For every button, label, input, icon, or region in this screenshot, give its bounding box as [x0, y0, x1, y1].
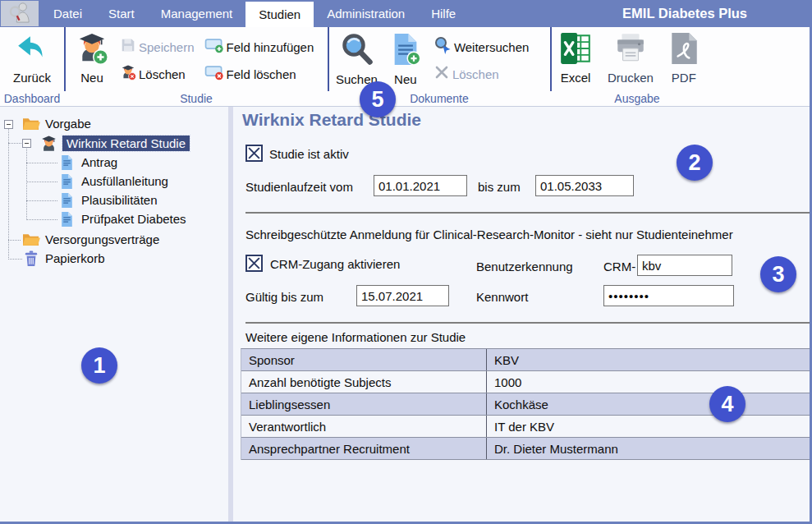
tree-item-plausibilitaeten[interactable]: Plausibilitäten [0, 191, 227, 210]
pdf-icon [668, 31, 700, 69]
tree-item-antrag[interactable]: Antrag [0, 154, 227, 172]
group-label-studie: Studie [66, 92, 327, 105]
tree-label: Versorgungsverträge [45, 232, 159, 246]
delete-x-icon [434, 64, 450, 84]
document-add-icon [389, 31, 422, 71]
crm-zugang-label: CRM-Zugang aktivieren [270, 257, 400, 271]
table-row[interactable]: Sponsor KBV [241, 349, 810, 371]
group-label-ausgabe: Ausgabe [552, 92, 723, 105]
menu-bar: Datei Start Management Studien Administr… [0, 0, 810, 27]
page-title: Wirknix Retard Studie [242, 110, 421, 130]
table-cell-value: 1000 [487, 371, 810, 393]
excel-button[interactable]: Excel [558, 27, 593, 85]
weitersuchen-label: Weitersuchen [454, 40, 529, 54]
ribbon-toolbar: Zurück Dashboard [0, 27, 810, 107]
crm-zugang-checkbox[interactable] [245, 255, 263, 272]
tree-item-ausfuellanleitung[interactable]: Ausfüllanleitung [0, 172, 227, 191]
field-delete-icon [204, 64, 224, 84]
table-row[interactable]: Ansprechpartner Recruitment Dr. Dieter M… [241, 438, 810, 460]
pdf-button[interactable]: PDF [668, 27, 700, 85]
menu-item-studien[interactable]: Studien [245, 2, 314, 27]
graduate-delete-icon [120, 64, 136, 84]
kennwort-label: Kennwort [476, 290, 528, 304]
menu-item-hilfe[interactable]: Hilfe [418, 0, 469, 27]
laufzeit-label: Studienlaufzeit vom [245, 180, 353, 194]
studie-neu-button[interactable]: Neu [74, 27, 110, 85]
tree-label: Vorgabe [45, 117, 91, 131]
graduate-add-icon [74, 31, 110, 69]
weitersuchen-button[interactable]: Weitersuchen [434, 38, 529, 56]
app-logo-button[interactable] [1, 1, 39, 26]
menu-item-administration[interactable]: Administration [314, 0, 418, 27]
tree-label-selected: Wirknix Retard Studie [62, 136, 190, 151]
annotation-circle-3: 3 [760, 256, 796, 292]
section-divider [245, 322, 810, 324]
collapse-toggle-icon[interactable] [22, 139, 31, 148]
section-divider [245, 212, 810, 214]
pdf-label: PDF [672, 71, 696, 85]
tree-label: Papierkorb [45, 251, 105, 265]
crm-section-text: Schreibgeschützte Anmeldung für Clinical… [245, 228, 733, 241]
studie-aktiv-label: Studie ist aktiv [269, 147, 349, 161]
speichern-button[interactable]: Speichern [120, 38, 195, 56]
document-icon [59, 192, 75, 212]
printer-icon [613, 31, 648, 69]
annotation-circle-4: 4 [709, 386, 745, 422]
table-cell-value: KBV [487, 349, 810, 370]
table-cell-label: Anzahl benötigte Subjects [241, 371, 487, 393]
dokument-loeschen-button[interactable]: Löschen [434, 65, 529, 83]
feld-hinzufuegen-button[interactable]: Feld hinzufügen [204, 38, 314, 56]
table-cell-label: Sponsor [241, 349, 487, 370]
ribbon-group-ausgabe: Excel Drucken [552, 27, 723, 106]
navigation-tree: Vorgabe Wirknix Retard Studie [0, 107, 228, 522]
dokument-neu-label: Neu [394, 72, 417, 86]
search-icon [337, 31, 375, 71]
crm-benutzerkennung-input[interactable] [637, 255, 732, 276]
menu-item-start[interactable]: Start [95, 0, 148, 27]
annotation-circle-1: 1 [81, 347, 117, 384]
tree-item-pruefpaket[interactable]: Prüfpaket Diabetes [0, 210, 227, 229]
drucken-label: Drucken [608, 71, 654, 85]
laufzeit-bis-input[interactable] [535, 175, 634, 196]
laufzeit-von-input[interactable] [374, 175, 467, 196]
group-label-dashboard: Dashboard [0, 92, 64, 105]
tree-label: Antrag [81, 155, 117, 169]
benutzerkennung-label: Benutzerkennung [476, 260, 573, 273]
dokument-neu-button[interactable]: Neu [389, 27, 422, 86]
ribbon-group-studie: Neu Speichern [66, 27, 327, 106]
undo-arrow-icon [14, 31, 50, 69]
tree-label: Ausfüllanleitung [81, 174, 168, 188]
gueltig-bis-label: Gültig bis zum [245, 290, 323, 304]
studie-loeschen-button[interactable]: Löschen [120, 65, 195, 83]
speichern-label: Speichern [139, 40, 195, 54]
feld-loeschen-button[interactable]: Feld löschen [204, 65, 314, 83]
tree-item-study[interactable]: Wirknix Retard Studie [0, 134, 227, 153]
studie-aktiv-checkbox[interactable] [245, 145, 263, 162]
drucken-button[interactable]: Drucken [608, 27, 654, 85]
annotation-circle-2: 2 [677, 145, 713, 181]
tree-item-vorgabe[interactable]: Vorgabe [0, 115, 227, 134]
gueltig-bis-input[interactable] [356, 285, 449, 306]
collapse-toggle-icon[interactable] [4, 120, 13, 129]
menu-item-management[interactable]: Management [148, 0, 246, 27]
back-button-label: Zurück [13, 71, 51, 85]
tree-item-versorgungsvertraege[interactable]: Versorgungsverträge [0, 231, 227, 250]
suchen-button[interactable]: Suchen [336, 27, 378, 86]
document-icon [59, 211, 75, 231]
menu-item-datei[interactable]: Datei [40, 0, 95, 27]
feld-loeschen-label: Feld löschen [227, 67, 296, 81]
tree-label: Plausibilitäten [81, 193, 158, 207]
app-window: Datei Start Management Studien Administr… [0, 0, 812, 524]
back-button[interactable]: Zurück [3, 27, 61, 85]
table-cell-label: Verantwortlich [241, 416, 487, 437]
trash-icon [24, 251, 39, 270]
kennwort-input[interactable] [603, 285, 734, 306]
feld-hinzufuegen-label: Feld hinzufügen [227, 40, 314, 54]
study-detail-panel: Wirknix Retard Studie Studie ist aktiv S… [233, 107, 810, 522]
table-cell-label: Ansprechpartner Recruitment [241, 438, 487, 459]
table-cell-label: Lieblingsessen [241, 393, 487, 415]
table-cell-value: IT der KBV [487, 416, 810, 437]
table-cell-value: Kochkäse [487, 393, 810, 415]
studie-loeschen-label: Löschen [139, 67, 186, 81]
tree-item-papierkorb[interactable]: Papierkorb [0, 250, 227, 269]
